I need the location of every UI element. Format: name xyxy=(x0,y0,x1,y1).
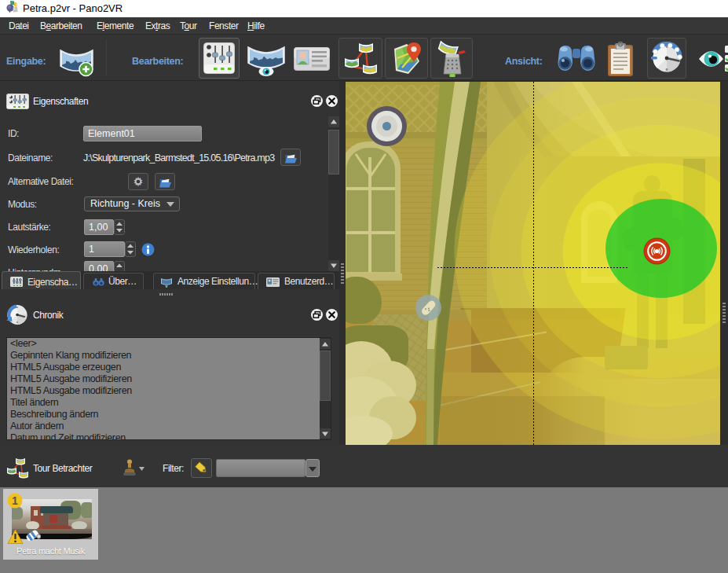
svg-text:1: 1 xyxy=(12,494,18,507)
